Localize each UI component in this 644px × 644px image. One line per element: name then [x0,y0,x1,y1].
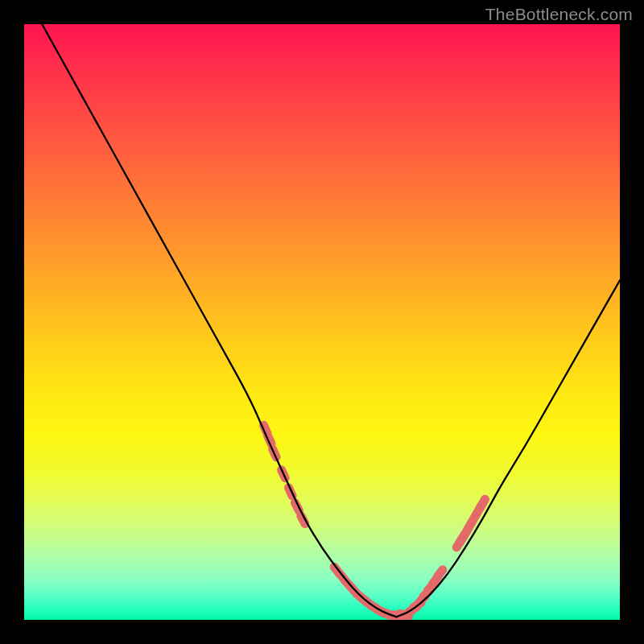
plot-area [24,24,620,620]
marker-layer [263,425,485,617]
chart-svg [24,24,620,620]
outer-frame: TheBottleneck.com [0,0,644,644]
watermark-label: TheBottleneck.com [485,5,633,24]
curve-left-branch [42,24,396,617]
curve-layer [42,24,620,617]
curve-right-branch [397,280,621,617]
data-marker [481,499,485,507]
data-marker [437,570,443,577]
